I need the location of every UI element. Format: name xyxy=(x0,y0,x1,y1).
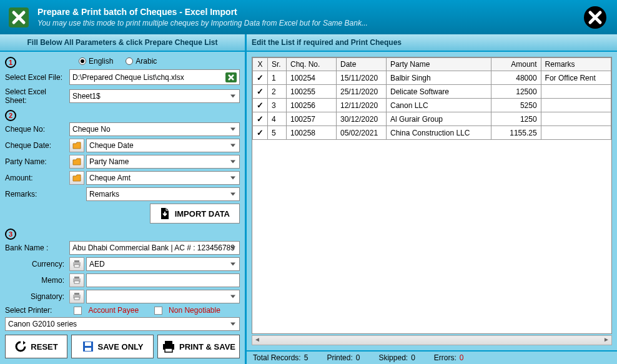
cell-sr[interactable]: 1 xyxy=(268,71,287,85)
svg-rect-15 xyxy=(165,341,172,344)
party-name-icon-button[interactable] xyxy=(69,155,84,169)
currency-select[interactable]: AED xyxy=(86,257,240,271)
reset-button[interactable]: RESET xyxy=(5,335,67,358)
remarks-select[interactable]: Remarks xyxy=(86,187,240,201)
browse-excel-icon[interactable] xyxy=(225,72,237,83)
cell-amount[interactable]: 5250 xyxy=(491,99,541,112)
lang-english-label: English xyxy=(89,57,113,66)
lang-arabic-radio[interactable]: Arabic xyxy=(126,57,157,66)
col-date[interactable]: Date xyxy=(337,58,387,71)
cell-remarks[interactable] xyxy=(541,85,611,99)
cell-remarks[interactable]: For Office Rent xyxy=(541,71,611,85)
cheque-date-icon-button[interactable] xyxy=(69,139,84,152)
import-data-button[interactable]: IMPORT DATA xyxy=(150,204,240,224)
cell-party[interactable]: China Construction LLC xyxy=(387,126,491,140)
table-row[interactable]: 210025525/11/2020Delicate Software12500 xyxy=(253,85,611,99)
label-memo: Memo: xyxy=(5,276,67,285)
col-party[interactable]: Party Name xyxy=(387,58,491,71)
cell-amount[interactable]: 1155.25 xyxy=(491,126,541,140)
cell-amount[interactable]: 48000 xyxy=(491,71,541,85)
cell-date[interactable]: 05/02/2021 xyxy=(337,126,387,140)
excel-file-input[interactable]: D:\Prepared Cheque List\chq.xlsx xyxy=(69,69,240,85)
label-cheque-date: Cheque Date: xyxy=(5,141,67,150)
cell-date[interactable]: 15/11/2020 xyxy=(337,71,387,85)
cell-date[interactable]: 12/11/2020 xyxy=(337,99,387,112)
signatory-select[interactable] xyxy=(86,290,240,303)
label-excel-file: Select Excel File: xyxy=(5,73,67,82)
label-party-name: Party Name: xyxy=(5,157,67,166)
cell-amount[interactable]: 1250 xyxy=(491,112,541,126)
printer-select[interactable]: Canon G2010 series xyxy=(5,317,240,331)
currency-print-button[interactable] xyxy=(69,257,84,271)
col-sr[interactable]: Sr. xyxy=(268,58,287,71)
cell-sr[interactable]: 5 xyxy=(268,126,287,140)
table-row[interactable]: 110025415/11/2020Balbir Singh48000For Of… xyxy=(253,71,611,85)
lang-english-radio[interactable]: English xyxy=(79,57,113,66)
cell-chq[interactable]: 100256 xyxy=(287,99,337,112)
horizontal-scrollbar[interactable] xyxy=(252,335,612,345)
cell-sr[interactable]: 2 xyxy=(268,85,287,99)
svg-rect-11 xyxy=(74,297,79,300)
cell-party[interactable]: Delicate Software xyxy=(387,85,491,99)
account-payee-label: Account Payee xyxy=(88,306,139,315)
close-icon[interactable] xyxy=(583,5,608,30)
print-icon xyxy=(162,340,175,353)
memo-input[interactable] xyxy=(86,273,240,287)
row-checkbox[interactable] xyxy=(253,112,268,126)
cell-chq[interactable]: 100254 xyxy=(287,71,337,85)
cell-remarks[interactable] xyxy=(541,112,611,126)
section-marker-3: 3 xyxy=(5,229,16,240)
svg-rect-6 xyxy=(74,277,79,278)
row-checkbox[interactable] xyxy=(253,99,268,112)
table-row[interactable]: 410025730/12/2020Al Gurair Group1250 xyxy=(253,112,611,126)
cell-amount[interactable]: 12500 xyxy=(491,85,541,99)
cheque-table: X Sr. Chq. No. Date Party Name Amount Re… xyxy=(252,57,612,334)
party-name-select[interactable]: Party Name xyxy=(86,155,240,169)
cheque-date-select[interactable]: Cheque Date xyxy=(86,139,240,152)
cell-chq[interactable]: 100257 xyxy=(287,112,337,126)
cell-chq[interactable]: 100258 xyxy=(287,126,337,140)
section-marker-1: 1 xyxy=(5,57,16,68)
radio-icon xyxy=(79,57,86,65)
cell-sr[interactable]: 3 xyxy=(268,99,287,112)
cell-sr[interactable]: 4 xyxy=(268,112,287,126)
col-chq[interactable]: Chq. No. xyxy=(287,58,337,71)
row-checkbox[interactable] xyxy=(253,71,268,85)
bank-name-select[interactable]: Abu Dhabi Commercial Bank | AC # : 12345… xyxy=(69,241,240,255)
printer-icon xyxy=(72,277,81,284)
save-icon xyxy=(82,340,94,353)
account-payee-checkbox[interactable] xyxy=(74,307,82,315)
svg-rect-5 xyxy=(74,265,79,267)
table-row[interactable]: 510025805/02/2021China Construction LLC1… xyxy=(253,126,611,140)
cell-party[interactable]: Canon LLC xyxy=(387,99,491,112)
folder-icon xyxy=(72,174,81,182)
excel-sheet-select[interactable]: Sheet1$ xyxy=(69,89,240,103)
cell-chq[interactable]: 100255 xyxy=(287,85,337,99)
label-signatory: Signatory: xyxy=(5,292,67,301)
row-checkbox[interactable] xyxy=(253,126,268,140)
print-save-button[interactable]: PRINT & SAVE xyxy=(157,335,240,358)
col-check[interactable]: X xyxy=(253,58,268,71)
amount-select[interactable]: Cheque Amt xyxy=(86,171,240,185)
cell-party[interactable]: Al Gurair Group xyxy=(387,112,491,126)
col-remarks[interactable]: Remarks xyxy=(541,58,611,71)
amount-icon-button[interactable] xyxy=(69,171,84,185)
svg-rect-3 xyxy=(74,260,79,262)
svg-rect-9 xyxy=(74,293,79,295)
cell-party[interactable]: Balbir Singh xyxy=(387,71,491,85)
non-negotiable-checkbox[interactable] xyxy=(154,307,162,315)
table-header-row: X Sr. Chq. No. Date Party Name Amount Re… xyxy=(253,58,611,71)
cheque-no-select[interactable]: Cheque No xyxy=(69,122,240,136)
col-amount[interactable]: Amount xyxy=(491,58,541,71)
cell-remarks[interactable] xyxy=(541,99,611,112)
cell-date[interactable]: 25/11/2020 xyxy=(337,85,387,99)
table-row[interactable]: 310025612/11/2020Canon LLC5250 xyxy=(253,99,611,112)
cell-remarks[interactable] xyxy=(541,126,611,140)
row-checkbox[interactable] xyxy=(253,85,268,99)
window-title: Prepare & Print batch of Cheques - Excel… xyxy=(37,7,611,17)
cell-date[interactable]: 30/12/2020 xyxy=(337,112,387,126)
save-only-button[interactable]: SAVE ONLY xyxy=(71,335,154,358)
memo-print-button[interactable] xyxy=(69,273,84,287)
signatory-print-button[interactable] xyxy=(69,290,84,303)
svg-rect-8 xyxy=(74,281,79,283)
